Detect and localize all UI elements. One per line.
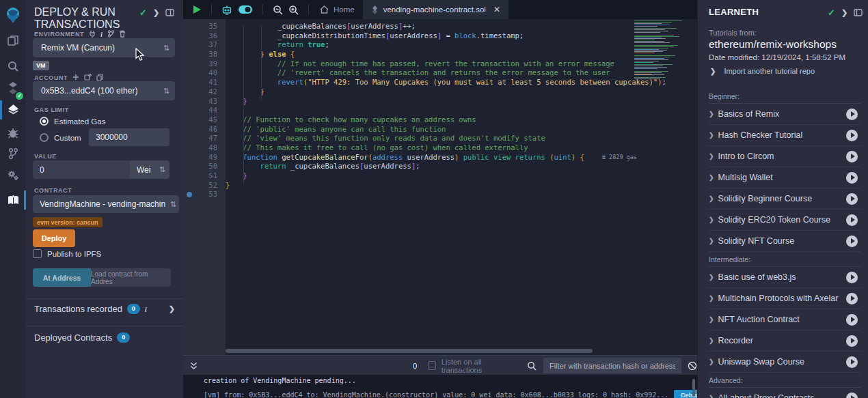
line-number[interactable]: 42 bbox=[183, 87, 226, 97]
line-number[interactable]: 40 bbox=[183, 68, 226, 78]
import-repo-row[interactable]: ❯ Import another tutorial repo bbox=[710, 67, 815, 75]
tutorial-item[interactable]: ❯Recorder bbox=[709, 330, 860, 352]
line-number[interactable]: 38 bbox=[183, 50, 226, 59]
code-line[interactable]: 40 // 'revert' cancels the transaction a… bbox=[183, 68, 697, 78]
source-control-icon[interactable] bbox=[0, 143, 26, 164]
tab-active-file[interactable]: vending-machine-contract.sol ✕ bbox=[363, 0, 508, 19]
code-line[interactable]: 39 // If not enough time has passed, rev… bbox=[183, 59, 697, 69]
line-number[interactable]: 36 bbox=[183, 31, 226, 41]
publish-ipfs-option[interactable]: Publish to IPFS bbox=[33, 249, 101, 258]
code-line[interactable]: 53 bbox=[183, 190, 697, 199]
tutorial-item[interactable]: ❯Intro to Circom bbox=[709, 146, 860, 167]
code-line[interactable]: 43 } bbox=[183, 97, 697, 106]
ai-toggle-switch[interactable] bbox=[238, 5, 253, 14]
debugger-icon[interactable] bbox=[0, 123, 26, 143]
code-editor[interactable]: 35 _cupcakeBalances[userAddress]++;36 _c… bbox=[183, 19, 697, 355]
deploy-button[interactable]: Deploy bbox=[33, 229, 75, 247]
terminal-search-icon[interactable] bbox=[527, 361, 537, 371]
line-number[interactable]: 37 bbox=[183, 40, 226, 50]
environment-select[interactable]: Remix VM (Cancun) ⇅ bbox=[33, 38, 175, 57]
line-number[interactable]: 47 bbox=[183, 134, 226, 143]
code-line[interactable]: 36 _cupcakeDistributionTimes[userAddress… bbox=[183, 31, 697, 41]
play-tutorial-button[interactable] bbox=[846, 314, 858, 326]
play-tutorial-button[interactable] bbox=[846, 151, 858, 162]
transactions-expand-icon[interactable]: ❯ bbox=[169, 304, 175, 313]
tutorial-item[interactable]: ❯Solidity NFT Course bbox=[709, 231, 860, 252]
close-tab-icon[interactable]: ✕ bbox=[493, 5, 500, 14]
play-tutorial-button[interactable] bbox=[846, 335, 858, 347]
code-line[interactable]: 38 } else { bbox=[183, 50, 697, 59]
pin-panel-icon[interactable] bbox=[854, 9, 863, 16]
line-number[interactable]: 46 bbox=[183, 125, 226, 134]
play-tutorial-button[interactable] bbox=[846, 393, 858, 398]
transactions-recorded-row[interactable]: Transactions recorded 0 i ❯ bbox=[34, 304, 175, 314]
terminal-scrollbar[interactable] bbox=[692, 379, 695, 397]
run-script-icon[interactable] bbox=[193, 5, 202, 14]
play-tutorial-button[interactable] bbox=[846, 356, 858, 368]
terminal-expand-icon[interactable] bbox=[190, 362, 198, 370]
settings-gears-icon[interactable] bbox=[0, 165, 26, 186]
line-number[interactable]: 43 bbox=[183, 97, 226, 106]
panel-expand-icon[interactable]: ❯ bbox=[841, 8, 847, 17]
remix-logo-icon[interactable] bbox=[0, 3, 26, 27]
code-line[interactable]: 41 revert("HTTP 429: Too Many Cupcakes (… bbox=[183, 78, 697, 87]
tutorial-item[interactable]: ❯Solidity Beginner Course bbox=[709, 188, 860, 210]
play-tutorial-button[interactable] bbox=[846, 130, 858, 141]
contract-select[interactable]: VendingMachine - vending-machin ⇅ bbox=[33, 195, 179, 213]
transactions-info-icon[interactable]: i bbox=[145, 305, 147, 313]
tutorial-item[interactable]: ❯Multichain Protocols with Axelar bbox=[709, 288, 860, 309]
code-line[interactable]: 44 bbox=[183, 106, 697, 115]
play-tutorial-button[interactable] bbox=[846, 236, 858, 247]
line-number[interactable]: 35 bbox=[183, 22, 226, 31]
play-tutorial-button[interactable] bbox=[846, 214, 858, 226]
zoom-in-icon[interactable] bbox=[288, 5, 299, 15]
play-tutorial-button[interactable] bbox=[846, 172, 858, 184]
line-number[interactable]: 45 bbox=[183, 115, 226, 125]
line-number[interactable]: 39 bbox=[183, 59, 226, 69]
value-input[interactable] bbox=[33, 160, 130, 179]
code-line[interactable]: 48 // This makes it free to call (no gas… bbox=[183, 143, 697, 153]
tutorial-item[interactable]: ❯Uniswap Swap Course bbox=[709, 352, 860, 373]
tutorial-item[interactable]: ❯Multisig Wallet bbox=[709, 167, 860, 188]
fork-icon[interactable] bbox=[107, 30, 114, 38]
deploy-run-icon[interactable] bbox=[0, 100, 26, 120]
solidity-compiler-icon[interactable]: ✓ bbox=[0, 78, 26, 98]
delete-environment-icon[interactable] bbox=[119, 30, 126, 38]
code-line[interactable]: 42 } bbox=[183, 87, 697, 97]
terminal-output[interactable]: creation of VendingMachine pending... [v… bbox=[183, 375, 697, 398]
play-tutorial-button[interactable] bbox=[846, 272, 858, 283]
tutorial-item[interactable]: ❯Basics of Remix bbox=[709, 104, 860, 125]
value-unit-select[interactable]: Wei ⇅ bbox=[130, 160, 169, 179]
play-tutorial-button[interactable] bbox=[846, 293, 858, 304]
line-number[interactable]: 41 bbox=[183, 78, 226, 87]
code-line[interactable]: 47 // 'view' means this function only re… bbox=[183, 134, 697, 143]
line-number[interactable]: 44 bbox=[183, 106, 226, 115]
line-number[interactable]: 49 bbox=[183, 153, 226, 162]
at-address-placeholder[interactable]: Load contract from Addres bbox=[91, 268, 171, 287]
plug-icon[interactable] bbox=[89, 30, 96, 38]
search-icon[interactable] bbox=[0, 56, 26, 76]
add-account-icon[interactable] bbox=[72, 74, 79, 81]
custom-gas-option[interactable]: Custom bbox=[40, 133, 81, 142]
publish-ipfs-checkbox[interactable] bbox=[33, 249, 42, 258]
code-line[interactable]: 52} bbox=[183, 181, 697, 190]
listen-all-checkbox[interactable] bbox=[428, 361, 436, 370]
environment-info-icon[interactable]: i bbox=[100, 30, 103, 38]
clear-terminal-icon[interactable] bbox=[688, 361, 697, 371]
play-tutorial-button[interactable] bbox=[846, 109, 858, 120]
learneth-book-icon[interactable] bbox=[0, 190, 26, 210]
code-line[interactable]: 35 _cupcakeBalances[userAddress]++; bbox=[183, 22, 697, 31]
terminal-filter-input[interactable] bbox=[543, 358, 681, 373]
file-explorer-icon[interactable] bbox=[0, 30, 26, 51]
horizontal-scrollbar[interactable] bbox=[226, 349, 593, 353]
tutorial-item[interactable]: ❯All about Proxy Contracts bbox=[709, 388, 860, 398]
code-line[interactable]: 46 // 'public' means anyone can call thi… bbox=[183, 125, 697, 134]
code-line[interactable]: 37 return true; bbox=[183, 40, 697, 50]
edit-account-icon[interactable] bbox=[84, 74, 92, 81]
code-line[interactable]: 51 } bbox=[183, 171, 697, 181]
zoom-out-icon[interactable] bbox=[273, 5, 283, 15]
line-number[interactable]: 50 bbox=[183, 162, 226, 171]
custom-gas-input[interactable] bbox=[89, 128, 169, 146]
ai-assistant-icon[interactable] bbox=[221, 5, 232, 15]
tutorial-item[interactable]: ❯Basic use of web3.js bbox=[709, 267, 860, 288]
